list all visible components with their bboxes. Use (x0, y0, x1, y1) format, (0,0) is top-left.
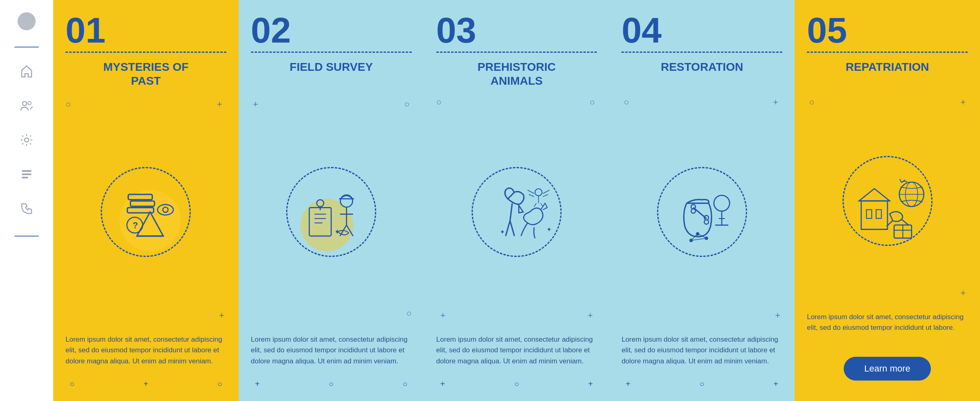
svg-line-29 (543, 190, 549, 194)
deco: + (960, 97, 966, 108)
svg-rect-51 (866, 210, 872, 218)
card-05-divider (807, 52, 968, 53)
svg-point-0 (23, 101, 27, 106)
card-01-title: MYSTERIES OFPAST (65, 60, 226, 89)
deco: ○ (623, 97, 629, 108)
sidebar (0, 0, 53, 401)
card-01: 01 MYSTERIES OFPAST ○ + + (53, 0, 239, 401)
deco: + (775, 310, 780, 321)
deco: + (217, 99, 222, 110)
deco: + (960, 288, 966, 298)
svg-rect-52 (876, 210, 881, 218)
card-01-divider (65, 52, 226, 53)
card-05-number: 05 (807, 12, 968, 48)
card-03-number: 03 (436, 12, 597, 48)
deco: ○ (809, 97, 814, 108)
card-01-icon-area: ○ + + ? (65, 95, 226, 329)
svg-rect-4 (22, 173, 32, 175)
card-04-icon-circle (657, 167, 747, 257)
deco: + (625, 379, 630, 389)
main-content: 01 MYSTERIES OFPAST ○ + + (53, 0, 980, 401)
card-04: 04 RESTORATION ○ + + (609, 0, 795, 401)
deco: + (219, 310, 224, 321)
sidebar-phone-icon[interactable] (19, 201, 34, 219)
card-05-bottom-decos (807, 381, 968, 389)
card-03: 03 PREHISTORICANIMALS ○ ○ + + (424, 0, 610, 401)
deco: + (255, 379, 260, 389)
card-04-bottom-decos: + ○ + (621, 375, 782, 389)
svg-point-36 (714, 195, 730, 211)
deco: + (253, 99, 258, 110)
card-01-number: 01 (65, 12, 226, 48)
card-02-icon-area: + ○ ○ (251, 95, 412, 329)
deco: + (588, 379, 593, 389)
card-01-icon-circle: ? (101, 167, 191, 257)
learn-more-button[interactable]: Learn more (844, 357, 931, 381)
svg-point-41 (691, 209, 695, 214)
sidebar-list-icon[interactable] (19, 167, 34, 185)
card-03-divider (436, 52, 597, 53)
card-04-number: 04 (621, 12, 782, 48)
deco: ○ (402, 379, 407, 389)
svg-point-2 (25, 138, 29, 142)
svg-point-43 (704, 220, 709, 224)
card-02: 02 FIELD SURVEY + ○ ○ (239, 0, 424, 401)
svg-line-31 (543, 194, 548, 196)
svg-line-33 (541, 203, 543, 207)
sidebar-avatar[interactable] (18, 12, 36, 30)
card-05-text: Lorem ipsum dolor sit amet, consectetur … (807, 312, 968, 353)
deco: ○ (406, 308, 411, 319)
deco: ○ (70, 379, 75, 389)
card-02-number: 02 (251, 12, 412, 48)
svg-rect-50 (861, 201, 887, 230)
sidebar-home-icon[interactable] (19, 64, 34, 82)
svg-line-32 (534, 203, 536, 207)
deco: ○ (65, 99, 71, 110)
svg-point-1 (28, 101, 31, 105)
svg-text:?: ? (133, 221, 138, 230)
deco: ○ (404, 99, 409, 110)
svg-line-30 (529, 194, 534, 196)
deco: ○ (589, 97, 595, 108)
deco: + (440, 310, 446, 321)
deco: ○ (436, 97, 442, 108)
card-05: 05 REPATRIATION ○ + + (795, 0, 980, 401)
svg-rect-5 (22, 177, 28, 178)
deco: ○ (329, 379, 334, 389)
card-02-title: FIELD SURVEY (251, 60, 412, 89)
card-04-divider (621, 52, 782, 53)
card-02-divider (251, 52, 412, 53)
card-03-text: Lorem ipsum dolor sit amet, consectetur … (436, 334, 597, 375)
card-03-icon-circle: ✦ ✦ (472, 167, 562, 257)
deco: ○ (217, 379, 222, 389)
card-05-title: REPATRIATION (807, 60, 968, 89)
sidebar-settings-icon[interactable] (19, 133, 34, 151)
svg-rect-3 (22, 170, 32, 172)
deco: ○ (700, 379, 705, 389)
sidebar-divider-top (14, 47, 39, 47)
svg-point-26 (535, 189, 542, 196)
sidebar-divider-bottom (14, 236, 39, 237)
deco: ○ (514, 379, 519, 389)
card-05-icon-area: ○ + + (807, 95, 968, 306)
deco: + (773, 97, 778, 108)
card-02-icon-circle (286, 167, 376, 257)
svg-text:✦: ✦ (500, 228, 505, 235)
card-02-text: Lorem ipsum dolor sit amet, consectetur … (251, 334, 412, 375)
deco: + (144, 379, 149, 389)
card-04-title: RESTORATION (621, 60, 782, 89)
card-02-bottom-decos: + ○ ○ (251, 375, 412, 389)
card-03-bottom-decos: + ○ + (436, 375, 597, 389)
deco: + (588, 310, 593, 321)
svg-text:✦: ✦ (546, 226, 552, 233)
card-03-icon-area: ○ ○ + + (436, 95, 597, 329)
card-04-text: Lorem ipsum dolor sit amet, consectetur … (621, 334, 782, 375)
svg-line-28 (528, 190, 534, 194)
sidebar-users-icon[interactable] (19, 98, 34, 116)
card-01-text: Lorem ipsum dolor sit amet, consectetur … (65, 334, 226, 375)
svg-line-25 (510, 203, 512, 221)
card-01-bottom-decos: ○ + ○ (65, 375, 226, 389)
card-04-icon-area: ○ + + (621, 95, 782, 329)
card-05-icon-circle (842, 156, 933, 246)
card-03-title: PREHISTORICANIMALS (436, 60, 597, 89)
